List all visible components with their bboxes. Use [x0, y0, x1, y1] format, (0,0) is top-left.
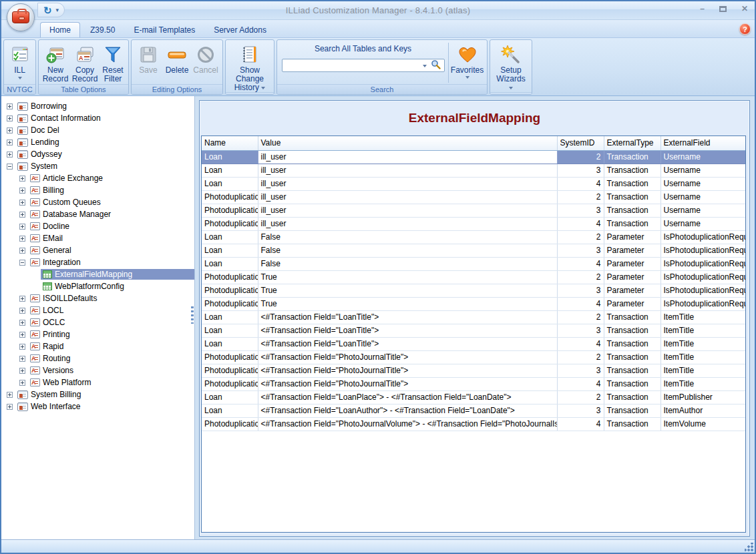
table-row[interactable]: LoanFalse3ParameterIsPhotoduplicationReq…: [202, 244, 746, 257]
tree-item[interactable]: Contact Information: [1, 112, 194, 124]
search-dropdown-arrow[interactable]: [420, 61, 429, 70]
column-header[interactable]: Name: [202, 136, 258, 150]
table-cell[interactable]: Loan: [202, 324, 258, 337]
expand-plus-icon[interactable]: [19, 296, 25, 302]
show-change-history-button[interactable]: Show Change History: [227, 41, 272, 92]
new-record-button[interactable]: New Record: [41, 41, 70, 84]
table-cell[interactable]: <#Transaction Field="PhotoJournalTitle">: [258, 350, 557, 364]
tree-item[interactable]: Rapid: [1, 340, 194, 352]
table-cell[interactable]: Transaction: [604, 190, 660, 204]
table-row[interactable]: Photoduplicationill_user2TransactionUser…: [202, 190, 746, 204]
collapse-minus-icon[interactable]: [19, 260, 25, 266]
table-row[interactable]: LoanFalse4ParameterIsPhotoduplicationReq…: [202, 257, 746, 270]
table-cell[interactable]: 2: [557, 190, 604, 204]
expand-plus-icon[interactable]: [7, 404, 13, 410]
table-cell[interactable]: Transaction: [604, 164, 660, 177]
table-cell[interactable]: IsPhotoduplicationRequest: [660, 284, 746, 297]
expand-plus-icon[interactable]: [19, 200, 25, 206]
expand-plus-icon[interactable]: [19, 248, 25, 254]
minimize-button[interactable]: –: [700, 4, 705, 13]
table-cell[interactable]: True: [258, 284, 557, 297]
table-cell[interactable]: 2: [557, 270, 604, 284]
table-row[interactable]: Photoduplication<#Transaction Field="Pho…: [202, 377, 746, 390]
table-cell[interactable]: Loan: [202, 177, 258, 190]
tree-item[interactable]: WebPlatformConfig: [1, 280, 194, 292]
favorites-button[interactable]: Favorites: [449, 41, 486, 84]
table-cell[interactable]: Loan: [202, 337, 258, 350]
table-cell[interactable]: ItemTitle: [660, 377, 746, 390]
application-menu-button[interactable]: [7, 3, 35, 31]
table-cell[interactable]: Photoduplication: [202, 190, 258, 204]
table-cell[interactable]: ItemTitle: [660, 364, 746, 377]
table-cell[interactable]: ItemTitle: [660, 324, 746, 337]
tree-item[interactable]: Web Interface: [1, 400, 194, 412]
expand-plus-icon[interactable]: [7, 127, 13, 133]
expand-plus-icon[interactable]: [19, 356, 25, 362]
column-header[interactable]: ExternalField: [660, 136, 746, 150]
search-input[interactable]: [282, 60, 420, 71]
expand-plus-icon[interactable]: [19, 380, 25, 386]
tree-item[interactable]: EMail: [1, 232, 194, 244]
table-row[interactable]: Loan<#Transaction Field="LoanTitle">3Tra…: [202, 324, 746, 337]
tree-item[interactable]: Billing: [1, 184, 194, 196]
table-cell[interactable]: IsPhotoduplicationRequest: [660, 270, 746, 284]
expand-plus-icon[interactable]: [7, 392, 13, 398]
tree-item[interactable]: Database Manager: [1, 208, 194, 220]
table-cell[interactable]: Transaction: [604, 204, 660, 217]
column-header[interactable]: Value: [258, 136, 557, 150]
table-cell[interactable]: Transaction: [604, 217, 660, 230]
table-row[interactable]: Loan<#Transaction Field="LoanTitle">2Tra…: [202, 310, 746, 324]
table-cell[interactable]: Loan: [202, 310, 258, 324]
table-cell[interactable]: 3: [557, 284, 604, 297]
table-cell[interactable]: ItemTitle: [660, 350, 746, 364]
table-cell[interactable]: Photoduplication: [202, 297, 258, 310]
table-cell[interactable]: Parameter: [604, 244, 660, 257]
expand-plus-icon[interactable]: [19, 320, 25, 326]
tree-item[interactable]: Lending: [1, 136, 194, 148]
collapse-minus-icon[interactable]: [7, 164, 13, 170]
table-cell[interactable]: Parameter: [604, 270, 660, 284]
table-cell[interactable]: 4: [557, 417, 604, 431]
table-cell[interactable]: True: [258, 297, 557, 310]
expand-plus-icon[interactable]: [7, 115, 13, 121]
table-cell[interactable]: False: [258, 257, 557, 270]
tree-item[interactable]: Article Exchange: [1, 172, 194, 184]
table-cell[interactable]: Username: [660, 217, 746, 230]
tree-item[interactable]: ISOILLDefaults: [1, 292, 194, 304]
table-cell[interactable]: <#Transaction Field="LoanAuthor"> - <#Tr…: [258, 404, 557, 417]
expand-plus-icon[interactable]: [19, 236, 25, 242]
table-row[interactable]: PhotoduplicationTrue4ParameterIsPhotodup…: [202, 297, 746, 310]
search-icon[interactable]: [431, 59, 441, 71]
table-row[interactable]: Photoduplicationill_user4TransactionUser…: [202, 217, 746, 230]
table-cell[interactable]: 4: [557, 177, 604, 190]
table-cell[interactable]: 4: [557, 257, 604, 270]
table-cell[interactable]: 4: [557, 337, 604, 350]
table-cell[interactable]: 3: [557, 404, 604, 417]
table-cell[interactable]: ill_user: [258, 150, 557, 164]
tree-item[interactable]: System Billing: [1, 388, 194, 400]
table-cell[interactable]: Loan: [202, 244, 258, 257]
table-cell[interactable]: IsPhotoduplicationRequest: [660, 297, 746, 310]
table-cell[interactable]: Username: [660, 204, 746, 217]
table-row[interactable]: Loan<#Transaction Field="LoanAuthor"> - …: [202, 404, 746, 417]
table-cell[interactable]: ill_user: [258, 190, 557, 204]
help-button[interactable]: ?: [739, 23, 751, 35]
table-row[interactable]: Loanill_user3TransactionUsername: [202, 164, 746, 177]
table-cell[interactable]: ItemAuthor: [660, 404, 746, 417]
resize-grip-icon[interactable]: [745, 543, 753, 551]
table-cell[interactable]: <#Transaction Field="PhotoJournalTitle">: [258, 364, 557, 377]
table-cell[interactable]: <#Transaction Field="PhotoJournalVolume"…: [258, 417, 557, 431]
table-cell[interactable]: <#Transaction Field="LoanTitle">: [258, 310, 557, 324]
table-cell[interactable]: 3: [557, 364, 604, 377]
table-cell[interactable]: Parameter: [604, 230, 660, 244]
table-cell[interactable]: <#Transaction Field="LoanPlace"> - <#Tra…: [258, 390, 557, 404]
expand-plus-icon[interactable]: [19, 176, 25, 182]
expand-plus-icon[interactable]: [19, 368, 25, 374]
table-cell[interactable]: ill_user: [258, 177, 557, 190]
table-cell[interactable]: <#Transaction Field="LoanTitle">: [258, 337, 557, 350]
tree-item[interactable]: System: [1, 160, 194, 172]
table-cell[interactable]: Loan: [202, 230, 258, 244]
expand-plus-icon[interactable]: [19, 212, 25, 218]
table-row[interactable]: Loan<#Transaction Field="LoanPlace"> - <…: [202, 390, 746, 404]
table-cell[interactable]: 3: [557, 324, 604, 337]
